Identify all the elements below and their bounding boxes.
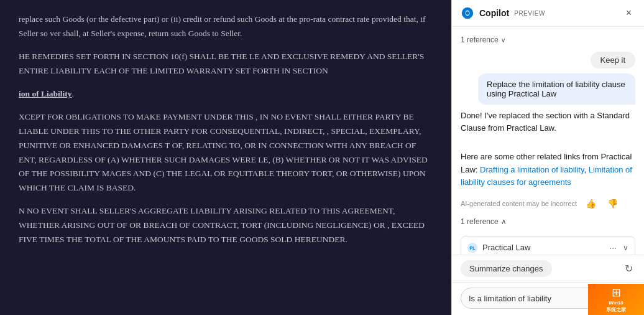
reference-label-bottom: 1 reference [461, 217, 499, 226]
close-button[interactable]: × [622, 6, 635, 20]
practical-law-icon: PL [467, 243, 477, 253]
summarize-label: Summarize changes [469, 264, 543, 273]
thumbs-down-button[interactable]: 👎 [605, 197, 620, 210]
doc-para-5: N NO EVENT SHALL SELLER'S AGGREGATE LIAB… [19, 204, 433, 247]
thumbs-up-button[interactable]: 👍 [583, 197, 599, 210]
link-drafting-liability[interactable]: Drafting a limitation of liability [480, 165, 584, 174]
keep-it-button[interactable]: Keep it [591, 52, 635, 68]
links-section: Here are some other related links from P… [461, 151, 635, 188]
copilot-logo-icon [461, 6, 474, 20]
document-area: replace such Goods (or the defective par… [0, 0, 451, 315]
preview-badge: PREVIEW [514, 10, 545, 17]
feedback-row: AI-generated content may be incorrect 👍 … [461, 197, 635, 210]
win10-badge: ⊞ Win10 系统之家 [588, 284, 644, 315]
action-bar: Summarize changes ↻ [452, 255, 644, 282]
doc-para-3: ion of Liability. [19, 87, 433, 101]
bot-response: Done! I've replaced the section with a S… [461, 110, 635, 189]
doc-para-2: HE REMEDIES SET FORTH IN SECTION 10(f) S… [19, 50, 433, 78]
svg-point-1 [466, 11, 469, 15]
copilot-title: Copilot [479, 8, 509, 18]
ref-item-actions: ··· ∨ [605, 242, 628, 254]
reference-label-top: 1 reference [461, 35, 499, 44]
svg-text:PL: PL [470, 246, 476, 250]
copilot-panel: Copilot PREVIEW × 1 reference ∨ Keep it … [451, 0, 644, 315]
user-message-bubble: Replace the limitation of liability clau… [478, 73, 635, 105]
reference-item: PL Practical Law ··· ∨ [461, 236, 635, 255]
chevron-up-icon: ∧ [501, 217, 507, 226]
win10-line2: 系统之家 [606, 306, 626, 313]
refresh-button[interactable]: ↻ [622, 260, 635, 277]
ref-item-left: PL Practical Law [467, 243, 530, 253]
doc-heading-liability[interactable]: ion of Liability [19, 89, 72, 98]
reference-bar-bottom: 1 reference ∧ [461, 215, 635, 228]
ai-disclaimer: AI-generated content may be incorrect [461, 200, 577, 207]
doc-para-4: XCEPT FOR OBLIGATIONS TO MAKE PAYMENT UN… [19, 110, 433, 196]
doc-heading-suffix: . [72, 89, 74, 98]
copilot-header: Copilot PREVIEW × [452, 0, 644, 27]
reference-count-bottom[interactable]: 1 reference ∧ [461, 217, 507, 226]
practical-law-logo: PL [468, 243, 477, 252]
chevron-down-icon-top: ∨ [501, 37, 505, 44]
ref-expand-button[interactable]: ∨ [623, 243, 628, 252]
win10-line1: Win10 [609, 300, 623, 306]
document-text: replace such Goods (or the defective par… [19, 12, 433, 247]
ref-more-button[interactable]: ··· [605, 242, 620, 254]
chat-input[interactable] [469, 294, 600, 303]
chat-messages[interactable]: 1 reference ∨ Keep it Replace the limita… [452, 27, 644, 255]
summarize-changes-button[interactable]: Summarize changes [461, 260, 552, 277]
win10-logo-icon: ⊞ [612, 286, 621, 299]
bot-response-text-1: Done! I've replaced the section with a S… [461, 110, 635, 134]
ref-source-label: Practical Law [482, 243, 530, 252]
copilot-header-left: Copilot PREVIEW [461, 6, 545, 20]
doc-para-1: replace such Goods (or the defective par… [19, 12, 433, 41]
reference-bar-top[interactable]: 1 reference ∨ [461, 33, 635, 47]
